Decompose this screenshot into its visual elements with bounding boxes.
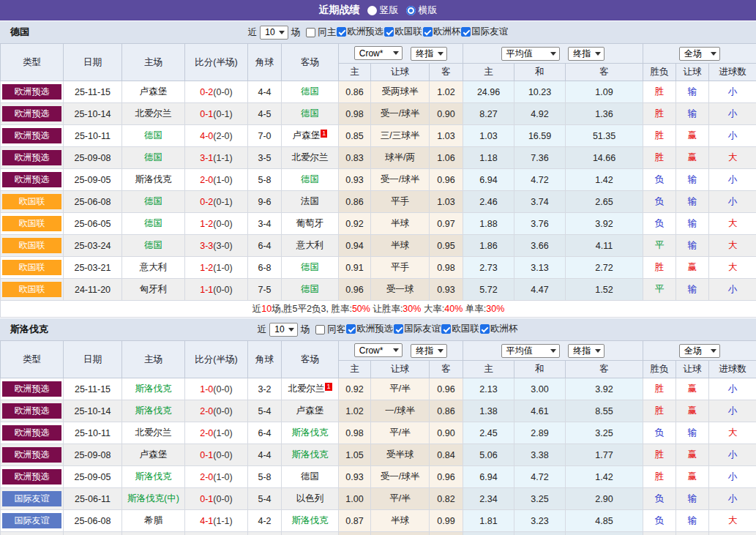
same-side-filter[interactable]: 同客 <box>314 323 345 336</box>
average-select[interactable]: 平均值 <box>501 344 560 358</box>
crow-home-odds-cell: 1.17 <box>339 532 371 535</box>
col-avg-away: 客 <box>566 361 643 378</box>
avg-home-odds-cell: 1.38 <box>463 400 514 422</box>
red-card-badge: 1 <box>321 130 327 138</box>
same-side-filter[interactable]: 同主 <box>304 26 336 39</box>
checkbox-icon[interactable] <box>480 324 490 334</box>
away-team-name: 斯洛伐克 <box>292 515 329 525</box>
competition-filter[interactable]: 国际友谊 <box>393 323 441 335</box>
crow-handicap-cell: 平/半 <box>371 378 430 400</box>
crow-home-odds-cell: 0.86 <box>339 81 371 103</box>
section-header: 斯洛伐克 近 10 场 同客 欧洲预选国际友谊欧国联欧洲杯 <box>0 318 756 340</box>
avg-draw-odds-cell: 2.82 <box>514 532 566 535</box>
crow-away-odds-cell: 1.06 <box>430 147 463 169</box>
checkbox-icon[interactable] <box>346 324 356 334</box>
full-time-score: 1-1 <box>200 285 213 295</box>
competition-filter[interactable]: 欧洲预选 <box>336 26 383 38</box>
filter-bar: 近 10 场 同客 欧洲预选国际友谊欧国联欧洲杯 <box>258 323 547 337</box>
bookmaker-select[interactable]: Crow* <box>354 343 403 357</box>
result-handicap-cell: 输 <box>676 235 709 257</box>
full-match-select[interactable]: 全场 <box>679 47 720 61</box>
summary-segment: 场,胜5平2负3, 胜率: <box>272 304 352 314</box>
result-wdl-cell: 负 <box>643 169 676 191</box>
avg-away-odds-cell: 3.23 <box>566 532 643 535</box>
result-handicap-cell: 赢 <box>676 257 709 279</box>
radio-icon[interactable] <box>367 6 377 15</box>
average-select[interactable]: 平均值 <box>501 47 560 61</box>
away-team-cell: 德国 <box>282 169 339 191</box>
avg-draw-odds-cell: 4.72 <box>514 466 566 488</box>
avg-away-odds-cell: 1.09 <box>566 81 643 103</box>
avg-away-odds-cell: 8.55 <box>566 400 643 422</box>
games-count-select[interactable]: 10 <box>269 323 297 337</box>
competition-filter[interactable]: 欧洲杯 <box>479 323 518 335</box>
chevron-down-icon <box>595 52 601 56</box>
table-row: 欧洲预选25-09-05斯洛伐克2-0(1-0)5-8德国0.93受一/球半0.… <box>1 466 756 488</box>
checkbox-icon[interactable] <box>384 27 394 37</box>
away-team-cell: 德国 <box>282 81 339 103</box>
home-team-cell: 斯洛文尼亚 <box>122 532 185 535</box>
date-cell: 25-06-08 <box>64 510 122 532</box>
result-goals-cell: 小 <box>709 378 756 400</box>
result-goals-cell: 小 <box>709 444 756 466</box>
crow-home-odds-cell: 0.91 <box>339 257 371 279</box>
competition-filter[interactable]: 欧国联 <box>383 26 422 38</box>
corners-cell: 7-0 <box>248 125 282 147</box>
competition-filter[interactable]: 国际友谊 <box>460 26 508 38</box>
games-count-select[interactable]: 10 <box>260 26 288 40</box>
competition-type-badge: 欧国联 <box>2 238 61 253</box>
full-time-score: 3-1 <box>200 153 213 163</box>
crow-home-odds-cell: 0.87 <box>339 510 371 532</box>
competition-filter-label: 欧洲杯 <box>433 26 461 38</box>
final-odds-select[interactable]: 终指 <box>568 344 605 358</box>
radio-horizontal-layout[interactable]: 横版 <box>406 4 438 17</box>
checkbox-icon[interactable] <box>441 324 451 334</box>
away-team-name: 北爱尔兰 <box>292 152 329 162</box>
full-match-select[interactable]: 全场 <box>679 344 720 358</box>
radio-selected-icon[interactable] <box>406 6 416 15</box>
chevron-down-icon <box>711 52 716 56</box>
result-wdl-cell: 胜 <box>643 103 676 125</box>
result-handicap-cell: 输 <box>676 81 709 103</box>
final-odds-select[interactable]: 终指 <box>568 47 605 61</box>
col-goals: 进球数 <box>709 64 756 81</box>
result-goals-cell: 大 <box>709 235 756 257</box>
final-odds-select[interactable]: 终指 <box>411 344 447 358</box>
checkbox-icon[interactable] <box>337 27 346 37</box>
away-team-cell: 德国 <box>282 279 339 301</box>
final-odds-select[interactable]: 终指 <box>411 47 447 61</box>
bookmaker-select[interactable]: Crow* <box>354 46 403 60</box>
checkbox-icon[interactable] <box>423 27 433 37</box>
full-time-score: 1-2 <box>200 263 213 273</box>
checkbox-icon[interactable] <box>315 325 325 334</box>
radio-vertical-layout[interactable]: 竖版 <box>367 4 399 17</box>
crow-handicap-cell: 受半球 <box>371 444 430 466</box>
competition-filter[interactable]: 欧洲杯 <box>422 26 461 38</box>
col-home: 主场 <box>122 44 185 81</box>
avg-draw-odds-cell: 3.13 <box>514 257 566 279</box>
summary-segment: 50% <box>352 304 370 314</box>
away-team-name: 德国 <box>301 108 319 119</box>
result-wdl-cell: 负 <box>643 422 676 444</box>
avg-home-odds-cell: 6.94 <box>463 466 514 488</box>
crow-away-odds-cell: 0.98 <box>430 257 463 279</box>
away-team-name: 斯洛伐克 <box>292 449 329 460</box>
home-team-cell: 北爱尔兰 <box>122 103 185 125</box>
crow-away-odds-cell: 0.86 <box>430 400 463 422</box>
full-time-score: 1-0 <box>200 384 213 394</box>
checkbox-icon[interactable] <box>394 324 403 334</box>
col-avg-home: 主 <box>463 64 514 81</box>
away-team-cell: 葡萄牙 <box>282 213 339 235</box>
competition-filter[interactable]: 欧洲预选 <box>345 323 393 335</box>
corners-cell: 4-2 <box>248 510 282 532</box>
avg-home-odds-cell: 2.73 <box>463 257 514 279</box>
checkbox-icon[interactable] <box>306 28 315 37</box>
same-side-label: 同主 <box>318 26 336 39</box>
radio-vertical-label: 竖版 <box>380 4 399 17</box>
title-bar: 近期战绩 竖版 横版 <box>0 0 756 20</box>
checkbox-icon[interactable] <box>461 27 471 37</box>
competition-filter[interactable]: 欧国联 <box>441 323 479 335</box>
competition-type-badge: 国际友谊 <box>2 491 61 506</box>
home-team-cell: 卢森堡 <box>122 81 185 103</box>
section-header: 德国 近 10 场 同主 欧洲预选欧国联欧洲杯国际友谊 <box>0 20 756 43</box>
